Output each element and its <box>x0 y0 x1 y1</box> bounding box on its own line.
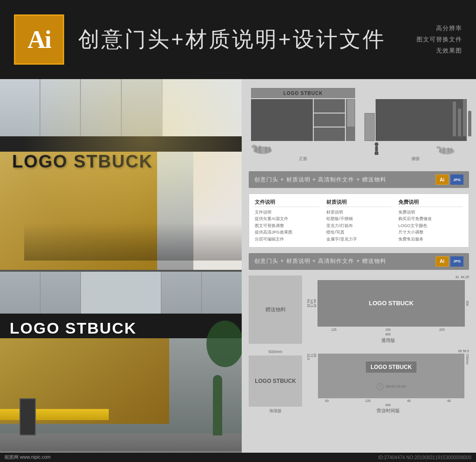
desc-col-material: 材质说明 材质说明 铝塑板/不锈钢 亚克力/灯箱布 喷绘/写真 金属字/亚克力字 <box>326 199 391 242</box>
svg-point-15 <box>436 146 440 149</box>
general-version-label: 通用版 <box>307 337 469 344</box>
ai-icon-2: Ai <box>436 256 449 267</box>
svg-line-18 <box>380 387 382 388</box>
desc-title-free: 免费说明 <box>398 199 463 207</box>
ai-logo-text: Ai <box>27 25 51 54</box>
watermark-right: ID:27404474 NO:2019083119153000008000 <box>378 455 471 460</box>
total-h: 300 <box>466 301 469 306</box>
zebra-area <box>251 142 355 155</box>
ai-icon-1: Ai <box>436 174 449 185</box>
w1: 125 <box>331 328 337 331</box>
h2: 141.5 <box>310 280 313 327</box>
total-height-label: 300 <box>466 280 469 327</box>
gray-banner-2: 创意门头 + 材质说明 + 高清制作文件 + 赠送物料 Ai JPG <box>249 253 469 270</box>
jpg-icon-1: JPG <box>450 174 463 185</box>
bottom-bar: 昵图网 www.nipic.com ID:27404474 NO:2019083… <box>0 453 476 462</box>
zebra-icon <box>251 142 277 155</box>
header-title: 创意门头+材质说明+设计文件 <box>78 25 416 54</box>
banner-text-1: 创意门头 + 材质说明 + 高清制作文件 + 赠送物料 <box>254 176 386 184</box>
svg-rect-7 <box>375 146 378 152</box>
poster-left-block: LOGO STBUCK <box>249 355 302 407</box>
width-labels: 125 150 225 <box>307 328 469 331</box>
desc-col-file: 文件说明 文件说明 提供矢量AI源文件 图文可替换调整 提供高清JPG效果图 分… <box>255 199 319 242</box>
front-body <box>251 99 355 141</box>
info-line-3: 无效果图 <box>436 47 462 55</box>
trees-group <box>453 99 471 136</box>
version-diagrams: 赠送物料 31 64.25 64.25 141.5 64.25 <box>249 275 469 344</box>
floor-shadow <box>24 222 242 261</box>
left-panel: LOGO STBUCK LOGO STBUCK <box>0 79 242 462</box>
logo-bar: LOGO STBUCK <box>251 88 355 98</box>
general-main: 64.25 141.5 64.25 LOGO STBUCK 300 <box>307 280 469 327</box>
w3: 225 <box>439 328 445 331</box>
banner-icons-1: Ai JPG <box>436 174 463 185</box>
watermark-left: 昵图网 www.nipic.com <box>5 454 51 461</box>
photo-top: LOGO STBUCK <box>0 79 242 270</box>
h3: 64.25 <box>307 280 310 327</box>
banner-icons-2: Ai JPG <box>436 256 463 267</box>
front-block-left <box>251 99 313 141</box>
biz-total-width: 400 <box>307 403 469 407</box>
desc-title-material: 材质说明 <box>326 199 391 207</box>
header-bar: Ai 创意门头+材质说明+设计文件 高分辨率 图文可替换文件 无效果图 <box>0 0 476 79</box>
svg-rect-4 <box>268 147 271 152</box>
clock-icon <box>377 383 384 390</box>
gray-banner-1: 创意门头 + 材质说明 + 高清制作文件 + 赠送物料 Ai JPG <box>249 171 469 188</box>
desc-content-file: 文件说明 提供矢量AI源文件 图文可替换调整 提供高清JPG效果图 分层可编辑文… <box>255 209 319 242</box>
gifting-label: 赠送物料 <box>265 306 286 313</box>
diagram-logo: LOGO STBUCK <box>284 91 323 96</box>
svg-rect-12 <box>443 147 445 154</box>
biz-logo: LOGO STBUCK <box>366 362 416 373</box>
dim-top-labels: 31 64.25 <box>307 275 469 279</box>
info-line-2: 图文可替换文件 <box>416 35 462 44</box>
width-500mm: 500mm <box>249 349 302 354</box>
dim-64: 64.25 <box>461 275 469 279</box>
photo-bottom-signage: LOGO STBUCK <box>10 319 137 337</box>
info-line-1: 高分辨率 <box>436 24 462 33</box>
side-door <box>364 113 375 141</box>
svg-rect-8 <box>375 152 377 155</box>
biz-widths: 501204040 <box>307 399 469 402</box>
w2: 150 <box>385 328 391 331</box>
poster-logo: LOGO STBUCK <box>255 378 296 384</box>
side-body <box>364 99 467 141</box>
svg-rect-2 <box>258 146 261 153</box>
svg-rect-3 <box>265 147 267 153</box>
svg-rect-14 <box>450 147 452 153</box>
h1: 64.25 <box>313 280 317 327</box>
desc-content-free: 免费说明 购买后可免费修改 LOGO文字颜色 尺寸大小调整 免费售后服务 <box>398 209 463 242</box>
photo-bottom: LOGO STBUCK <box>0 272 242 462</box>
biz-logo-block: LOGO STBUCK 08:00-22:00 <box>318 354 464 398</box>
svg-rect-9 <box>377 152 378 155</box>
biz-heights: 667233.5 <box>307 354 317 398</box>
svg-point-5 <box>251 145 256 148</box>
front-label: 正面 <box>299 156 307 162</box>
bottom-windows <box>0 272 242 314</box>
ai-logo-box: Ai <box>14 14 64 65</box>
desc-col-free: 免费说明 免费说明 购买后可免费修改 LOGO文字颜色 尺寸大小调整 免费售后服… <box>398 199 463 242</box>
front-elevation: LOGO STBUCK <box>251 88 355 162</box>
height-labels: 64.25 141.5 64.25 <box>307 280 317 327</box>
banner-text-2: 创意门头 + 材质说明 + 高清制作文件 + 赠送物料 <box>254 257 386 265</box>
poster-section: 500mm LOGO STBUCK 海报版 <box>249 349 302 414</box>
description-box: 文件说明 文件说明 提供矢量AI源文件 图文可替换调整 提供高清JPG效果图 分… <box>249 194 469 248</box>
desc-content-material: 材质说明 铝塑板/不锈钢 亚克力/灯箱布 喷绘/写真 金属字/亚克力字 <box>326 209 391 242</box>
diagram-section: LOGO STBUCK <box>249 86 469 166</box>
jpg-icon-2: JPG <box>450 256 463 267</box>
business-inner: 667233.5 LOGO STBUCK 08:00-22:00 <box>307 354 469 398</box>
biz-version-label: 营业时间版 <box>307 408 469 414</box>
tree-crown <box>206 321 242 367</box>
poster-label: 海报版 <box>249 408 302 414</box>
front-block-mid <box>314 99 345 141</box>
right-panel: LOGO STBUCK <box>242 79 476 462</box>
general-version: 31 64.25 64.25 141.5 64.25 LOGO STBUCK 3… <box>307 275 469 344</box>
header-right-info: 高分辨率 图文可替换文件 无效果图 <box>416 24 462 55</box>
svg-rect-13 <box>448 147 450 153</box>
poster-stand <box>20 398 36 435</box>
tree-trunk <box>213 375 222 435</box>
biz-total-h: 700mm <box>466 354 469 398</box>
general-logo-block: LOGO STBUCK <box>317 280 465 327</box>
general-logo: LOGO STBUCK <box>369 300 413 308</box>
side-label: 侧面 <box>411 156 420 162</box>
gifting-box: 赠送物料 <box>249 275 302 344</box>
